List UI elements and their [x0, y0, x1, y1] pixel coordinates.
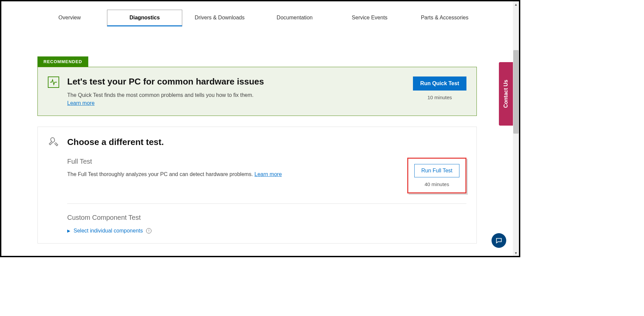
custom-test-title: Custom Component Test [67, 214, 466, 221]
full-test-title: Full Test [67, 158, 399, 165]
vertical-scrollbar[interactable]: ▲ ▼ [513, 1, 519, 256]
recommended-side: Run Quick Test 10 minutes [413, 76, 466, 100]
info-icon[interactable]: ! [146, 228, 151, 233]
contact-us-tab[interactable]: Contact Us [499, 62, 513, 126]
recommended-learn-more-link[interactable]: Learn more [67, 100, 95, 106]
quick-test-time: 10 minutes [413, 95, 466, 100]
scroll-track[interactable] [513, 7, 519, 250]
other-tests-title: Choose a different test. [67, 137, 164, 147]
select-components-toggle[interactable]: ▶ Select individual components ! [67, 228, 151, 234]
run-full-test-button[interactable]: Run Full Test [414, 164, 459, 177]
other-tests-inner: Full Test The Full Test thoroughly analy… [67, 158, 466, 234]
run-quick-test-button[interactable]: Run Quick Test [413, 76, 466, 91]
scroll-down-arrow[interactable]: ▼ [513, 250, 519, 256]
tab-documentation[interactable]: Documentation [257, 10, 332, 26]
full-test-time: 40 minutes [414, 181, 459, 187]
recommended-main: Let's test your PC for common hardware i… [67, 76, 405, 106]
content-area: Overview Diagnostics Drivers & Downloads… [1, 1, 513, 256]
full-test-learn-more-link[interactable]: Learn more [254, 171, 282, 177]
scroll-up-arrow[interactable]: ▲ [513, 1, 519, 7]
app-window: Overview Diagnostics Drivers & Downloads… [0, 0, 520, 257]
chat-icon [495, 237, 503, 244]
scroll-thumb[interactable] [513, 50, 519, 134]
tab-parts-accessories[interactable]: Parts & Accessories [407, 10, 482, 26]
custom-test-row: Custom Component Test ▶ Select individua… [67, 214, 466, 234]
recommended-tag: RECOMMENDED [37, 56, 88, 67]
tabs-bar: Overview Diagnostics Drivers & Downloads… [32, 9, 482, 26]
tab-diagnostics[interactable]: Diagnostics [107, 10, 182, 26]
tab-drivers-downloads[interactable]: Drivers & Downloads [182, 10, 257, 26]
recommended-card: Let's test your PC for common hardware i… [37, 67, 477, 116]
select-components-label: Select individual components [74, 228, 143, 234]
recommended-title: Let's test your PC for common hardware i… [67, 76, 405, 87]
full-test-row: Full Test The Full Test thoroughly analy… [67, 158, 466, 204]
full-test-description-wrap: The Full Test thoroughly analyzes your P… [67, 171, 399, 177]
chat-fab-button[interactable] [492, 233, 506, 248]
heartbeat-icon [48, 76, 59, 88]
tab-overview[interactable]: Overview [32, 10, 107, 26]
caret-right-icon: ▶ [67, 228, 70, 233]
other-tests-card: Choose a different test. Full Test The F… [37, 127, 477, 244]
page-body: RECOMMENDED Let's test your PC for commo… [37, 56, 477, 244]
tools-icon [48, 136, 59, 148]
recommended-description: The Quick Test finds the most common pro… [67, 92, 405, 98]
tab-service-events[interactable]: Service Events [332, 10, 407, 26]
other-tests-header: Choose a different test. [48, 136, 466, 148]
full-test-left: Full Test The Full Test thoroughly analy… [67, 158, 399, 177]
full-test-description: The Full Test thoroughly analyzes your P… [67, 171, 254, 177]
full-test-highlight: Run Full Test 40 minutes [407, 158, 466, 193]
